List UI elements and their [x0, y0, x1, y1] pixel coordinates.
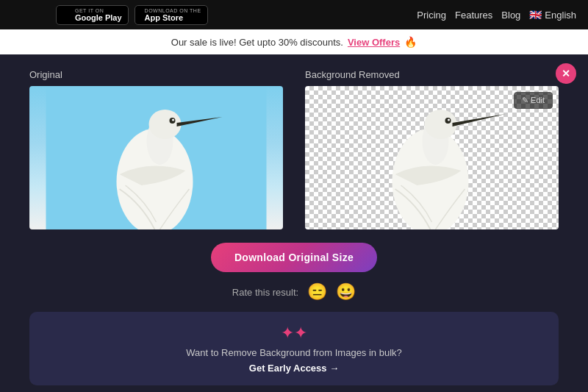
features-link[interactable]: Features — [455, 10, 492, 21]
svg-point-9 — [425, 110, 457, 139]
app-store-badges: ▶ GET IT ON Google Play Download on the … — [56, 5, 208, 25]
language-selector[interactable]: 🇬🇧 English — [529, 9, 576, 21]
app-store-small: Download on the — [145, 8, 201, 13]
removed-image: ✎ Edit — [305, 86, 559, 229]
removed-label: Background Removed — [305, 69, 559, 80]
google-play-icon: ▶ — [62, 8, 71, 22]
google-play-small: GET IT ON — [75, 8, 122, 13]
rating-label: Rate this result: — [232, 287, 298, 298]
early-access-link[interactable]: Get Early Access → — [249, 363, 339, 374]
close-button[interactable]: ✕ — [556, 63, 576, 84]
top-nav: ▶ GET IT ON Google Play Download on the … — [0, 0, 588, 29]
google-play-large: Google Play — [75, 13, 122, 22]
fire-icon: 🔥 — [404, 36, 417, 48]
download-button[interactable]: Download Original Size — [211, 243, 377, 272]
original-image — [29, 86, 283, 229]
edit-button[interactable]: ✎ Edit — [514, 92, 553, 109]
svg-point-3 — [149, 110, 182, 139]
sale-text: Our sale is live! Get upto 30% discounts… — [171, 37, 343, 48]
sale-banner: Our sale is live! Get upto 30% discounts… — [0, 29, 588, 54]
thumbs-down-button[interactable]: 😑 — [307, 282, 327, 302]
svg-marker-10 — [453, 114, 506, 126]
blog-link[interactable]: Blog — [501, 10, 520, 21]
lang-label: English — [545, 10, 576, 21]
flag-icon: 🇬🇧 — [529, 9, 542, 21]
promo-text: Want to Remove Background from Images in… — [186, 347, 402, 358]
images-row: Original — [29, 69, 559, 229]
original-panel: Original — [29, 69, 283, 229]
promo-box: ✦✦ Want to Remove Background from Images… — [29, 312, 559, 385]
app-store-text: Download on the App Store — [145, 8, 201, 22]
svg-point-6 — [172, 119, 174, 121]
svg-point-12 — [448, 119, 450, 121]
pricing-link[interactable]: Pricing — [417, 10, 446, 21]
google-play-badge[interactable]: ▶ GET IT ON Google Play — [56, 5, 129, 25]
bird-original-svg — [29, 86, 283, 229]
view-offers-link[interactable]: View Offers — [348, 37, 400, 48]
promo-icon: ✦✦ — [281, 324, 307, 343]
app-store-large: App Store — [145, 13, 201, 22]
original-label: Original — [29, 69, 283, 80]
rating-section: Rate this result: 😑 😀 — [29, 282, 559, 302]
app-store-badge[interactable]: Download on the App Store — [135, 5, 208, 25]
removed-panel-wrapper: Background Removed — [305, 69, 559, 229]
thumbs-up-button[interactable]: 😀 — [336, 282, 356, 302]
google-play-text: GET IT ON Google Play — [75, 8, 122, 22]
main-content: ✕ Original — [0, 54, 588, 392]
download-section: Download Original Size — [29, 243, 559, 272]
